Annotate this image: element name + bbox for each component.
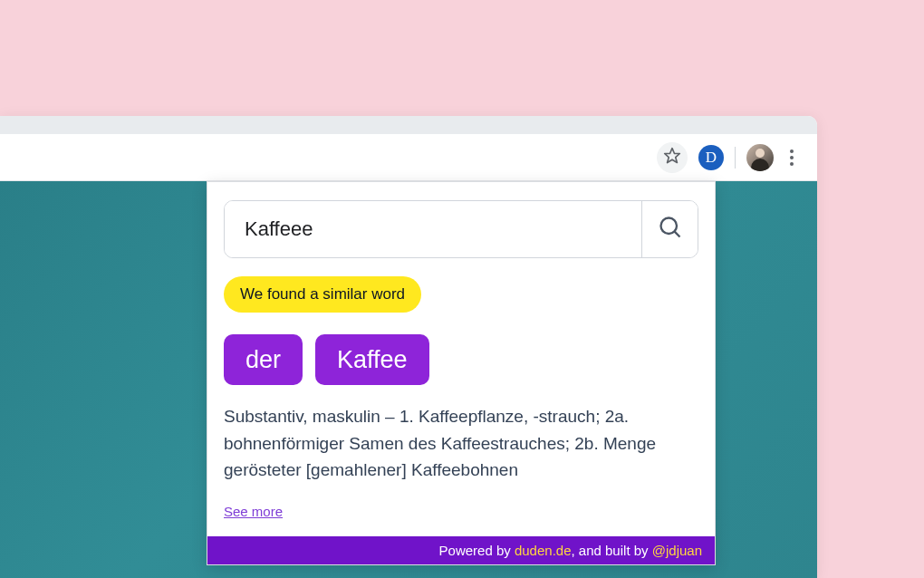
word-pills: der Kaffee: [224, 334, 698, 385]
similar-word-notice: We found a similar word: [224, 276, 421, 313]
search-button[interactable]: [641, 201, 698, 257]
svg-line-2: [674, 232, 679, 237]
profile-avatar[interactable]: [746, 144, 774, 171]
search-row: [224, 200, 698, 258]
footer-link-duden[interactable]: duden.de: [515, 543, 572, 558]
bookmark-button[interactable]: [657, 142, 688, 173]
footer-link-author[interactable]: @jdjuan: [652, 543, 702, 558]
page-content: We found a similar word der Kaffee Subst…: [0, 181, 817, 578]
toolbar-divider: [735, 147, 736, 169]
svg-marker-0: [665, 148, 680, 162]
tab-bar: [0, 116, 817, 134]
definition-text: Substantiv, maskulin – 1. Kaffeepflanze,…: [224, 403, 698, 483]
article-pill: der: [224, 334, 303, 385]
browser-toolbar: D: [0, 134, 817, 181]
extension-popup: We found a similar word der Kaffee Subst…: [207, 181, 716, 565]
see-more-link[interactable]: See more: [224, 504, 283, 519]
svg-point-1: [660, 218, 677, 235]
search-input[interactable]: [225, 201, 641, 257]
footer-prefix: Powered by: [439, 543, 515, 558]
extension-letter: D: [706, 149, 717, 167]
footer-mid: , and built by: [572, 543, 652, 558]
search-icon: [658, 215, 683, 244]
extension-badge[interactable]: D: [698, 145, 724, 170]
browser-window: D: [0, 116, 817, 578]
popup-footer: Powered by duden.de, and built by @jdjua…: [207, 536, 715, 564]
kebab-menu[interactable]: [779, 145, 804, 170]
word-pill: Kaffee: [315, 334, 429, 385]
star-icon: [663, 147, 681, 169]
